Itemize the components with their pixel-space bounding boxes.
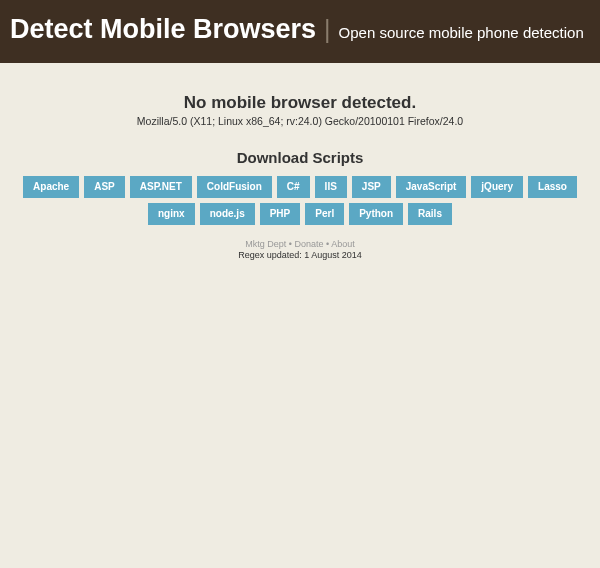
footer-link-about[interactable]: About (331, 239, 355, 249)
download-button-jsp[interactable]: JSP (352, 176, 391, 198)
footer-separator: • (324, 239, 332, 249)
download-button-nginx[interactable]: nginx (148, 203, 195, 225)
download-button-javascript[interactable]: JavaScript (396, 176, 467, 198)
user-agent-string: Mozilla/5.0 (X11; Linux x86_64; rv:24.0)… (0, 115, 600, 127)
download-button-coldfusion[interactable]: ColdFusion (197, 176, 272, 198)
download-button-php[interactable]: PHP (260, 203, 301, 225)
footer-link-donate[interactable]: Donate (294, 239, 323, 249)
updated-label: Regex updated: (238, 250, 304, 260)
footer-links: Mktg Dept • Donate • About (0, 239, 600, 249)
download-button-iis[interactable]: IIS (315, 176, 347, 198)
download-button-apache[interactable]: Apache (23, 176, 79, 198)
page-header: Detect Mobile Browsers | Open source mob… (0, 0, 600, 63)
header-inner: Detect Mobile Browsers | Open source mob… (10, 14, 590, 45)
downloads-heading: Download Scripts (0, 149, 600, 166)
download-button-asp[interactable]: ASP (84, 176, 125, 198)
footer-link-mktg[interactable]: Mktg Dept (245, 239, 286, 249)
download-button-aspnet[interactable]: ASP.NET (130, 176, 192, 198)
download-button-jquery[interactable]: jQuery (471, 176, 523, 198)
page-subtitle: Open source mobile phone detection (339, 24, 584, 41)
regex-updated: Regex updated: 1 August 2014 (0, 250, 600, 260)
updated-date: 1 August 2014 (304, 250, 362, 260)
title-divider: | (324, 15, 331, 44)
download-button-perl[interactable]: Perl (305, 203, 344, 225)
detection-status: No mobile browser detected. (0, 93, 600, 113)
main-content: No mobile browser detected. Mozilla/5.0 … (0, 63, 600, 260)
download-button-nodejs[interactable]: node.js (200, 203, 255, 225)
download-button-python[interactable]: Python (349, 203, 403, 225)
download-button-lasso[interactable]: Lasso (528, 176, 577, 198)
page-title: Detect Mobile Browsers (10, 14, 316, 45)
download-buttons-row: Apache ASP ASP.NET ColdFusion C# IIS JSP… (0, 176, 600, 225)
download-button-csharp[interactable]: C# (277, 176, 310, 198)
download-button-rails[interactable]: Rails (408, 203, 452, 225)
